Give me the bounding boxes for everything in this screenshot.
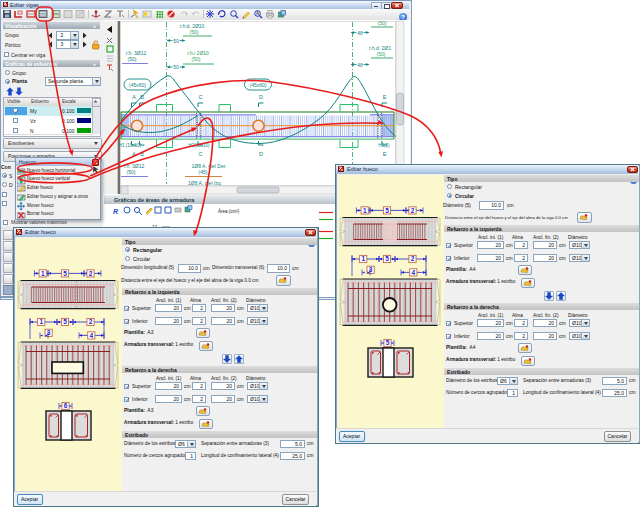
svg-text:r.h.d. 2Ø1: r.h.d. 2Ø1 (369, 45, 391, 51)
svg-text:3: 3 (47, 329, 51, 336)
svg-text:2: 2 (411, 207, 415, 214)
svg-text:A: A (132, 94, 136, 100)
svg-text:2: 2 (89, 318, 93, 325)
svg-text:Gráficas de áreas de armadura: Gráficas de áreas de armadura (114, 197, 195, 203)
svg-text:r.h. 3Ø12: r.h. 3Ø12 (124, 163, 145, 169)
svg-text:5: 5 (63, 318, 67, 325)
svg-text:(45x60): (45x60) (129, 82, 146, 88)
svg-text:R: R (113, 208, 118, 215)
svg-text:H2(10x10): H2(10x10) (188, 143, 210, 148)
svg-text:A: A (256, 11, 259, 16)
svg-text:E: E (383, 151, 387, 157)
svg-text:4: 4 (411, 269, 415, 276)
svg-text:5: 5 (386, 339, 390, 346)
svg-text:(50): (50) (378, 20, 387, 26)
svg-text:H3(5): H3(5) (378, 143, 390, 148)
svg-text:48: 48 (357, 30, 363, 36)
svg-text:(50): (50) (127, 169, 136, 175)
svg-text:(50): (50) (192, 56, 201, 62)
svg-text:r.h.i 2Ø10: r.h.i 2Ø10 (187, 50, 209, 56)
svg-text:r.h. 3Ø12: r.h. 3Ø12 (126, 50, 147, 56)
svg-text:A: A (132, 151, 136, 157)
svg-text:1: 1 (361, 255, 365, 262)
svg-text:(45x60): (45x60) (250, 82, 267, 88)
svg-text:C: C (199, 151, 203, 157)
svg-text:50: 50 (173, 64, 179, 70)
svg-text:C: C (199, 94, 203, 100)
svg-text:(50): (50) (377, 51, 386, 57)
svg-text:r.h.d. 2Ø10: r.h.d. 2Ø10 (180, 23, 205, 29)
svg-text:H1 (10x10): H1 (10x10) (119, 143, 142, 148)
svg-text:1: 1 (41, 270, 45, 277)
svg-text:5: 5 (63, 270, 67, 277)
svg-text:2: 2 (89, 270, 93, 277)
svg-text:D: D (259, 94, 263, 100)
svg-text:2: 2 (411, 255, 415, 262)
svg-text:1Ø8 A. piel Izq.: 1Ø8 A. piel Izq. (188, 180, 222, 186)
svg-text:(45): (45) (199, 169, 208, 175)
svg-text:1: 1 (363, 207, 367, 214)
svg-text:5: 5 (385, 207, 389, 214)
svg-text:3: 3 (369, 266, 373, 273)
svg-text:48: 48 (357, 62, 363, 68)
svg-text:(50): (50) (128, 56, 137, 62)
svg-text:D: D (259, 151, 263, 157)
svg-text:1Ø8 A. piel Der.: 1Ø8 A. piel Der. (191, 163, 226, 169)
svg-text:4: 4 (89, 332, 93, 339)
svg-text:E: E (383, 94, 387, 100)
svg-text:B: B (140, 151, 144, 157)
svg-text:6: 6 (64, 402, 68, 409)
svg-text:Área (cm²): Área (cm²) (218, 208, 240, 214)
svg-text:1: 1 (39, 318, 43, 325)
svg-text:5: 5 (385, 255, 389, 262)
svg-text:(50): (50) (190, 29, 199, 35)
svg-text:50: 50 (173, 38, 179, 44)
svg-text:E: E (122, 127, 125, 132)
